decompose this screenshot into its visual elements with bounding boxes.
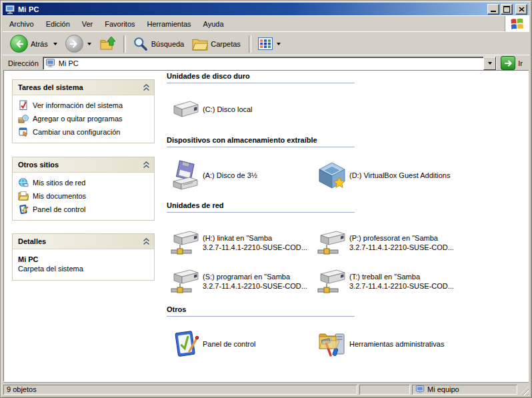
windows-logo [505,16,529,32]
go-arrow-icon [501,56,515,70]
window-title: Mi PC [18,5,487,13]
folders-icon [192,37,208,51]
group-divider [167,316,355,317]
drive-label-line2: 3.2.7-11.4.1-2210-SUSE-COD... [203,281,307,291]
address-input[interactable]: Mi PC [43,57,497,70]
chevron-up-icon [143,238,150,245]
address-dropdown-button[interactable] [483,57,496,70]
details-item-type: Carpeta del sistema [18,264,149,273]
drive-label: (A:) Disco de 3½ [203,171,257,180]
menu-ver[interactable]: Ver [77,18,99,30]
details-item-name: Mi PC [18,255,149,264]
forward-icon [65,35,83,53]
system-tasks-header[interactable]: Tareas del sistema [13,80,154,95]
resize-grip[interactable] [519,386,529,395]
views-button[interactable] [255,35,285,52]
views-dropdown-icon[interactable] [277,43,281,45]
drive-p-item[interactable]: (P:) professorat en "Samba 3.2.7-11.4.1-… [315,223,460,262]
system-info-icon [18,100,29,111]
content-area: Tareas del sistema Ver información del s… [3,70,529,383]
back-label: Atrás [31,40,49,48]
virtualbox-icon [315,161,349,190]
drive-d-item[interactable]: (D:) VirtualBox Guest Additions [315,155,460,195]
add-remove-programs-icon [18,113,29,124]
drive-t-item[interactable]: (T:) treball en "Samba 3.2.7-11.4.1-2210… [315,262,460,301]
group-title-hard-drives: Unidades de disco duro [167,72,355,80]
chevron-up-icon [143,161,150,169]
network-drive-icon [168,229,203,257]
back-button[interactable]: Atrás [7,33,62,55]
go-label: Ir [518,59,523,67]
drive-s-item[interactable]: (S:) programari en "Samba 3.2.7-11.4.1-2… [168,262,313,301]
minimize-button[interactable] [487,4,499,15]
admin-tools-icon [315,329,349,359]
title-bar[interactable]: Mi PC [3,3,529,15]
address-label: Dirección [5,59,43,67]
details-header[interactable]: Detalles [13,234,154,249]
status-zone-panel: Mi equipo [412,385,517,395]
group-title-network-drives: Unidades de red [167,201,355,209]
back-dropdown-icon[interactable] [53,43,57,45]
menu-herramientas[interactable]: Herramientas [142,18,197,30]
group-divider [167,147,355,147]
toolbar-separator [123,35,126,53]
task-add-remove-programs[interactable]: Agregar o quitar programas [17,112,151,125]
menu-favoritos[interactable]: Favoritos [99,18,140,30]
drive-label-line2: 3.2.7-11.4.1-2210-SUSE-COD... [349,243,454,252]
task-view-system-info[interactable]: Ver información del sistema [17,99,151,112]
place-control-panel[interactable]: Panel de control [17,203,151,216]
maximize-button[interactable] [501,4,513,15]
close-button[interactable] [515,4,527,15]
system-tasks-box: Tareas del sistema Ver información del s… [12,79,155,143]
folders-label: Carpetas [211,40,242,48]
control-panel-item[interactable]: Panel de control [168,325,313,363]
change-setting-icon [18,127,29,137]
hard-drive-icon [168,98,203,121]
details-title: Detalles [18,237,46,245]
toolbar-separator [249,35,251,53]
place-network-places[interactable]: Mis sitios de red [17,176,151,189]
menu-edicion[interactable]: Edición [41,18,75,30]
forward-button[interactable] [62,33,96,55]
item-label: Panel de control [203,339,256,349]
my-computer-icon [45,58,55,68]
drive-label-line1: (P:) professorat en "Samba [349,233,454,243]
drive-h-item[interactable]: (H:) linkat en "Samba 3.2.7-11.4.1-2210-… [168,223,313,262]
status-object-count: 9 objetos [3,385,357,395]
place-my-documents[interactable]: Mis documentos [17,189,151,203]
network-places-icon [18,177,29,188]
main-panel: Unidades de disco duro (C:) Disco local … [161,71,529,383]
control-panel-icon [18,204,29,215]
drive-c-item[interactable]: (C:) Disco local [168,92,313,127]
item-label: Herramientas administrativas [349,339,444,349]
search-label: Búsqueda [151,40,186,48]
forward-dropdown-icon[interactable] [87,43,91,45]
go-button[interactable]: Ir [501,56,527,70]
drive-a-item[interactable]: (A:) Disco de 3½ [168,155,313,195]
status-bar: 9 objetos Mi equipo [3,382,529,395]
sidebar: Tareas del sistema Ver información del s… [4,71,161,383]
group-title-others: Otros [167,305,355,313]
my-computer-icon [415,385,425,394]
system-tasks-title: Tareas del sistema [18,83,83,91]
mi-pc-window: { "colors": { "title_gradient_start": "#… [0,0,532,398]
admin-tools-item[interactable]: Herramientas administrativas [315,325,460,363]
chevron-down-icon [488,62,492,65]
other-places-header[interactable]: Otros sitios [13,157,154,173]
drive-label: (D:) VirtualBox Guest Additions [349,171,450,180]
status-empty-panel [359,385,410,395]
up-folder-icon [99,35,117,53]
menu-ayuda[interactable]: Ayuda [198,18,229,30]
back-icon [10,35,28,53]
floppy-drive-icon [168,160,203,191]
address-value: Mi PC [59,59,483,67]
up-button[interactable] [96,33,120,55]
my-computer-icon [5,4,15,15]
menu-archivo[interactable]: Archivo [4,18,39,30]
drive-label-line2: 3.2.7-11.4.1-2210-SUSE-COD... [203,243,307,252]
folders-button[interactable]: Carpetas [189,35,245,53]
task-change-setting[interactable]: Cambiar una configuración [17,125,151,139]
drive-label-line1: (S:) programari en "Samba [203,272,307,281]
task-label: Cambiar una configuración [33,128,120,136]
search-button[interactable]: Búsqueda [129,34,189,54]
